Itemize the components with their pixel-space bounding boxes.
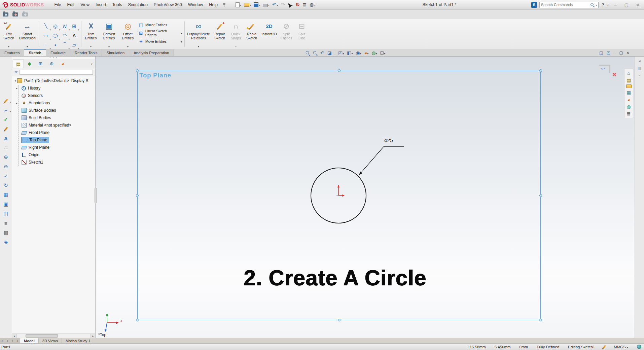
help-button[interactable]: ? [601,2,605,7]
scenes-icon[interactable] [627,104,631,109]
spell-check-icon[interactable] [2,116,10,123]
doc-minimize-icon[interactable] [614,50,616,55]
close-button[interactable] [633,1,642,8]
undo-button[interactable] [272,1,279,8]
move-entities-dropdown[interactable] [181,39,182,43]
tab-model[interactable]: Model [20,338,39,343]
search-dropdown[interactable] [596,2,597,7]
scrollbar-thumb[interactable] [26,334,58,338]
options-button[interactable] [309,1,316,9]
menu-file[interactable]: File [51,1,64,8]
move-entities-button[interactable]: Move Entities [138,38,182,44]
taskpane-tab-icon[interactable] [638,73,641,78]
dimxpert-manager-tab[interactable] [46,60,57,68]
menu-tools[interactable]: Tools [109,1,125,8]
tab-scroll-right-icon[interactable] [10,338,15,343]
tab-scroll-last-icon[interactable] [15,338,20,343]
plane-handle[interactable] [539,319,542,321]
plane-handle[interactable] [539,194,542,197]
modify-sketch-icon[interactable] [2,182,10,188]
scroll-left-icon[interactable] [12,334,17,338]
select-dropdown[interactable] [291,2,293,7]
view-orientation-button[interactable] [338,50,344,56]
print-dropdown[interactable] [268,2,270,7]
hide-show-items-button[interactable] [356,50,361,56]
sketch-slot-tool[interactable] [70,22,79,31]
sketch-text-tool[interactable] [70,31,79,40]
solidworks-resources-icon[interactable] [627,70,630,76]
display-manager-tab[interactable] [57,60,68,68]
open-dropdown[interactable] [250,2,251,7]
convert-entities-button[interactable]: Convert Entities [99,20,119,49]
taskpane-collapse-icon[interactable] [638,59,640,63]
tab-3d-views[interactable]: 3D Views [39,338,62,343]
save-button[interactable] [253,2,261,8]
display-style-button[interactable] [347,50,353,56]
restore-button[interactable] [622,1,631,8]
confirm-exit-sketch-icon[interactable] [601,66,605,71]
sketch-polygon-tool[interactable] [70,40,79,49]
doc-restore-icon[interactable] [619,50,623,55]
tree-item-sensors[interactable]: Sensors [12,92,95,99]
cancel-sketch-icon[interactable] [612,71,616,78]
dock-right-icon[interactable] [606,50,610,55]
plane-handle[interactable] [136,69,139,72]
sketch-circle-tool[interactable] [51,22,60,31]
appearance-dropdown[interactable] [367,51,368,56]
section-view-icon[interactable] [327,50,332,56]
sketch-rectangle-tool[interactable] [41,31,50,40]
instant2d-button[interactable]: Instant2D [260,20,279,49]
tab-render-tools[interactable]: Render Tools [70,49,102,56]
dimension-palette-icon[interactable] [2,239,10,245]
display-delete-relations-button[interactable]: Display/Delete Relations [186,20,211,49]
menu-insert[interactable]: Insert [93,1,109,8]
units-dropdown[interactable] [627,345,628,349]
expand-icon[interactable] [16,87,17,90]
new-document-button[interactable] [235,2,242,8]
check-sketch-icon[interactable] [2,173,10,179]
tab-sketch[interactable]: Sketch [24,49,46,56]
offset-dropdown[interactable] [127,44,129,48]
rebuild-button[interactable] [295,1,300,8]
tree-item-material[interactable]: Material <not specified> [12,121,95,129]
tree-item-sketch1[interactable]: Sketch1 [12,159,95,166]
tree-item-right-plane[interactable]: Right Plane [12,144,95,151]
view-orientation-dropdown[interactable] [343,51,344,56]
doc-close-icon[interactable] [627,50,629,56]
plane-handle[interactable] [338,69,341,72]
plane-handle[interactable] [136,194,139,197]
previous-view-icon[interactable] [320,50,324,56]
tab-motion-study[interactable]: Motion Study 1 [62,338,94,343]
apply-scene-button[interactable] [371,50,377,56]
search-input[interactable] [541,3,589,7]
display-style-dropdown[interactable] [351,51,353,56]
sketch-spline-tool[interactable] [60,22,69,31]
menu-window[interactable]: Window [185,1,206,8]
rapid-sketch-button[interactable]: Rapid Sketch [244,20,260,49]
screen-capture-icon[interactable] [3,12,8,16]
configuration-manager-tab[interactable] [35,60,46,68]
tree-item-surface-bodies[interactable]: Surface Bodies [12,107,95,114]
tree-item-front-plane[interactable]: Front Plane [12,129,95,136]
menu-edit[interactable]: Edit [64,1,78,8]
linear-sketch-pattern-button[interactable]: Linear Sketch Pattern [138,29,182,37]
minimize-button[interactable] [611,1,620,8]
sketch-circle-entity[interactable] [311,168,366,223]
menu-view[interactable]: View [77,1,93,8]
unit-system-selector[interactable]: MMGS [614,345,628,349]
exit-sketch-dropdown[interactable] [8,44,9,48]
tree-item-origin[interactable]: Origin [12,151,95,159]
open-document-button[interactable] [243,2,252,8]
file-explorer-icon[interactable] [626,84,632,88]
property-manager-tab[interactable] [24,60,35,68]
tree-item-solid-bodies[interactable]: Solid Bodies [12,114,95,121]
smart-dimension-button[interactable]: Smart Dimension [17,20,38,49]
tab-evaluate[interactable]: Evaluate [46,49,70,56]
evaluate-tools-flyout-icon[interactable] [2,107,10,113]
expand-icon[interactable] [16,102,17,105]
diameter-dimension[interactable]: ⌀25 [384,137,393,143]
detail-icon[interactable] [2,145,10,151]
zoom-area-icon[interactable] [313,50,318,55]
zoom-out-icon[interactable] [2,164,10,170]
hide-show-dropdown[interactable] [360,51,361,56]
